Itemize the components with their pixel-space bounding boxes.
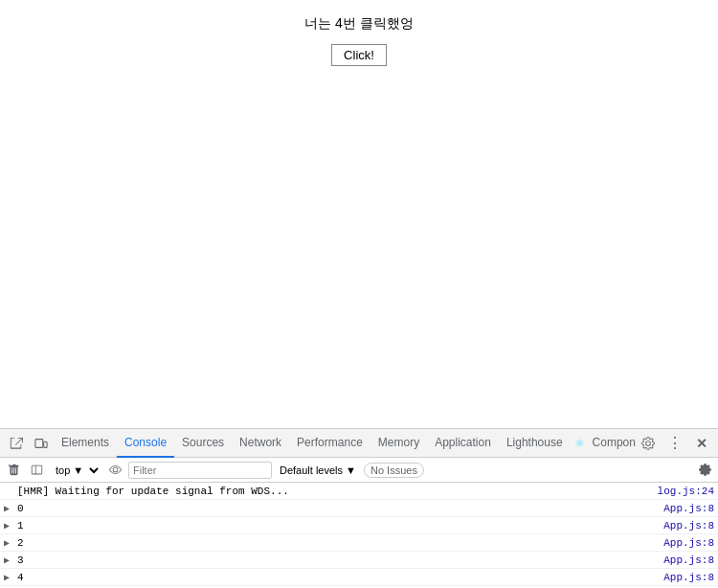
- browser-content: 너는 4번 클릭했엉 Click!: [0, 0, 718, 428]
- console-line: [HMR] Waiting for update signal from WDS…: [0, 483, 718, 500]
- device-toolbar-icon[interactable]: [30, 432, 53, 455]
- console-line: ▶ 2 App.js:8: [0, 534, 718, 552]
- expand-icon: ▶: [4, 537, 17, 549]
- no-issues-badge: No Issues: [364, 463, 424, 478]
- filter-input[interactable]: [128, 462, 272, 479]
- tab-performance[interactable]: Performance: [289, 429, 370, 458]
- console-line: ▶ 0 App.js:8: [0, 500, 718, 517]
- tab-components[interactable]: Components: [585, 429, 636, 458]
- console-line-text: 2: [17, 537, 660, 549]
- console-line-text: 3: [17, 554, 660, 566]
- eye-icon[interactable]: [105, 461, 124, 480]
- console-line-file[interactable]: App.js:8: [663, 520, 714, 531]
- clear-console-icon[interactable]: [4, 461, 23, 480]
- console-line-file[interactable]: App.js:8: [663, 554, 714, 566]
- tab-console[interactable]: Console: [117, 429, 174, 458]
- show-sidebar-icon[interactable]: [27, 461, 46, 480]
- inspect-element-icon[interactable]: [5, 432, 28, 455]
- counter-text: 너는 4번 클릭했엉: [304, 15, 414, 33]
- tab-elements[interactable]: Elements: [54, 429, 117, 458]
- tab-sources[interactable]: Sources: [174, 429, 232, 458]
- console-line-file[interactable]: App.js:8: [663, 503, 714, 514]
- default-levels-dropdown[interactable]: Default levels ▼: [276, 464, 360, 476]
- click-button[interactable]: Click!: [331, 44, 387, 66]
- context-dropdown[interactable]: top ▼: [50, 464, 101, 477]
- close-devtools-icon[interactable]: ✕: [690, 432, 713, 455]
- devtools-tabs-bar: Elements Console Sources Network Perform…: [0, 429, 718, 458]
- devtools-panel: Elements Console Sources Network Perform…: [0, 428, 718, 588]
- console-line: ▶ 1 App.js:8: [0, 517, 718, 534]
- console-line-file[interactable]: log.js:24: [658, 486, 714, 497]
- console-line-text: 1: [17, 520, 660, 531]
- svg-rect-0: [35, 439, 43, 447]
- expand-icon: ▶: [4, 503, 17, 514]
- console-settings-icon[interactable]: [695, 461, 714, 480]
- react-icon: ⚛: [574, 437, 585, 450]
- settings-icon[interactable]: [637, 432, 660, 455]
- console-output: [HMR] Waiting for update signal from WDS…: [0, 483, 718, 588]
- console-line-text: 0: [17, 503, 660, 514]
- expand-icon: ▶: [4, 572, 17, 583]
- tab-lighthouse[interactable]: Lighthouse: [499, 429, 571, 458]
- tab-memory[interactable]: Memory: [370, 429, 427, 458]
- expand-icon: ▶: [4, 520, 17, 531]
- devtools-tabs: Elements Console Sources Network Perform…: [54, 429, 636, 458]
- devtools-right-icons: ⋮ ✕: [636, 432, 714, 455]
- console-line-text: [HMR] Waiting for update signal from WDS…: [17, 486, 654, 497]
- tab-application[interactable]: Application: [427, 429, 499, 458]
- console-line-text: 4: [17, 572, 660, 583]
- console-line: ▶ 3 App.js:8: [0, 552, 718, 569]
- tab-network[interactable]: Network: [232, 429, 289, 458]
- console-line-file[interactable]: App.js:8: [663, 572, 714, 583]
- svg-rect-1: [44, 441, 48, 447]
- expand-icon: ▶: [4, 554, 17, 566]
- more-options-icon[interactable]: ⋮: [663, 432, 686, 455]
- devtools-filter-bar: top ▼ Default levels ▼ No Issues: [0, 458, 718, 483]
- console-line-file[interactable]: App.js:8: [663, 537, 714, 549]
- console-line: ▶ 4 App.js:8: [0, 569, 718, 586]
